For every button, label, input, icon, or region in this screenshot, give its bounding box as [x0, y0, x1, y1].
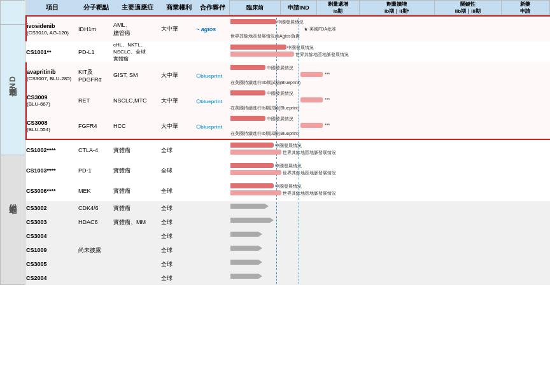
mol-target-cs3005 — [78, 257, 113, 271]
commercial-ivosidenib: 大中華 — [161, 16, 196, 41]
mol-target-cs1001: PD-L1 — [78, 41, 113, 62]
table-row: CS3004 全球 — [26, 229, 550, 243]
pipeline-cs3004 — [229, 229, 550, 243]
indication-cs3004 — [113, 229, 161, 243]
indication-cs1002: 實體瘤 — [113, 139, 161, 160]
partner-cs3005 — [196, 257, 229, 271]
table-row: CS3005 全球 — [26, 257, 550, 271]
ph-phase1b2: 關鍵性IIb期｜III期 — [434, 1, 501, 15]
clinical-ind-label — [1, 1, 25, 25]
partner-cs3008: ⬡blueprint — [196, 113, 229, 139]
pipeline-cs2004 — [229, 271, 550, 285]
indication-cs1003: 實體瘤 — [113, 160, 161, 181]
partner-cs3004 — [196, 229, 229, 243]
drug-name-cs2004: CS2004 — [26, 271, 78, 285]
table-row: CS1002**** CTLA-4 實體瘤 全球 中國發展情況 — [26, 139, 550, 160]
table-row: CS3003 HDAC6 實體瘤、MM 全球 — [26, 215, 550, 229]
pipeline-cs1001: 中國發展情況 世界其餘地區地脈發展情況 — [229, 41, 550, 62]
mol-target-avapritinib: KIT及PDGFRα — [78, 62, 113, 88]
pipeline-cs3005 — [229, 257, 550, 271]
ph-dosage: 劑量擴增Ib期｜II期* — [359, 1, 434, 15]
indication-cs3008: HCC — [113, 113, 161, 139]
mol-target-cs1003: PD-1 — [78, 160, 113, 181]
commercial-cs1003: 全球 — [161, 160, 196, 181]
partner-cs1001 — [196, 41, 229, 62]
indication-avapritinib: GIST, SM — [113, 62, 161, 88]
pipeline-cs1009 — [229, 243, 550, 257]
mol-target-cs1002: CTLA-4 — [78, 139, 113, 160]
table-row: CS1003**** PD-1 實體瘤 全球 中國發展情況 — [26, 160, 550, 181]
col-header-commercial: 商業權利 — [161, 0, 196, 16]
partner-cs2004 — [196, 271, 229, 285]
indication-cs3003: 實體瘤、MM — [113, 215, 161, 229]
drug-name-cs3003: CS3003 — [26, 215, 78, 229]
indication-cs3009: NSCLC,MTC — [113, 88, 161, 113]
pipeline-cs1002: 中國發展情況 世界其餘地區地脈發展情況 — [229, 139, 550, 160]
mol-target-cs1009: 尚未披露 — [78, 243, 161, 257]
drug-name-cs3006: CS3006**** — [26, 181, 78, 201]
commercial-cs2004: 全球 — [161, 271, 196, 285]
header-row: 項目 分子靶點 主要適應症 商業權利 合作夥伴 臨床前 申請IND 剩量遞增Ia… — [26, 0, 550, 16]
col-header-partner: 合作夥伴 — [196, 0, 229, 16]
pipeline-table-container: 臨床／IND 臨床前 項目 分子靶點 主要適應症 商業權利 合作夥伴 — [0, 0, 550, 285]
clinical-section-label: 臨床／IND — [1, 25, 25, 155]
pipeline-cs3009: 中國發展情況 *** 在美國持續進行Ib期試驗(Blueprint) — [229, 88, 550, 113]
partner-cs3006 — [196, 181, 229, 201]
table-row: avapritinib (CS3007, BLU-285) KIT及PDGFRα… — [26, 62, 550, 88]
drug-name-cs3004: CS3004 — [26, 229, 78, 243]
ph-phase23: 新藥申請 — [501, 1, 549, 15]
commercial-cs1009: 全球 — [161, 243, 196, 257]
col-header-indication: 主要適應症 — [113, 0, 161, 16]
commercial-cs3003: 全球 — [161, 215, 196, 229]
indication-cs2004 — [113, 271, 161, 285]
pipeline-cs3006: 中國發展情況 世界其餘地區地脈發展情況 — [229, 181, 550, 201]
pipeline-ivosidenib: 中國發展情況 ★ 美國FDA批准 世界其餘地區發展情況由Agios負責 — [229, 16, 550, 41]
table-row: CS3002 CDK4/6 實體瘤 全球 — [26, 201, 550, 215]
commercial-cs3004: 全球 — [161, 229, 196, 243]
mol-target-cs3002: CDK4/6 — [78, 201, 113, 215]
drug-name-cs3009: CS3009 (BLU-667) — [26, 88, 78, 113]
commercial-cs1002: 全球 — [161, 139, 196, 160]
pipeline-cs3003 — [229, 215, 550, 229]
drug-name-cs3008: CS3008 (BLU-554) — [26, 113, 78, 139]
drug-name-cs3005: CS3005 — [26, 257, 78, 271]
pipeline-header: 臨床前 申請IND 剩量遞增Ia期 劑量擴增Ib期｜II期* 關鍵性IIb期｜I… — [229, 0, 550, 16]
mol-target-cs3003: HDAC6 — [78, 215, 113, 229]
commercial-avapritinib: 大中華 — [161, 62, 196, 88]
ph-ind: 申請IND — [281, 1, 317, 15]
table-row: CS3006**** MEK 實體瘤 全球 中國發展情況 — [26, 181, 550, 201]
commercial-cs3006: 全球 — [161, 181, 196, 201]
pipeline-table: 項目 分子靶點 主要適應症 商業權利 合作夥伴 臨床前 申請IND 剩量遞增Ia… — [25, 0, 550, 285]
partner-cs1003 — [196, 160, 229, 181]
partner-avapritinib: ⬡blueprint — [196, 62, 229, 88]
commercial-cs1001 — [161, 41, 196, 62]
table-row: ivosidenib (CS3010, AG-120) IDH1m AML、膽管… — [26, 16, 550, 41]
ph-phase1a: 剩量遞增Ia期 — [317, 1, 360, 15]
mol-target-cs3006: MEK — [78, 181, 113, 201]
drug-name-cs1009: CS1009 — [26, 243, 78, 257]
drug-name-cs3002: CS3002 — [26, 201, 78, 215]
mol-target-cs3009: RET — [78, 88, 113, 113]
mol-target-cs2004 — [78, 271, 113, 285]
drug-name-cs1002: CS1002**** — [26, 139, 78, 160]
drug-name-ivosidenib: ivosidenib (CS3010, AG-120) — [26, 16, 78, 41]
partner-cs1002 — [196, 139, 229, 160]
indication-cs3005 — [113, 257, 161, 271]
col-header-item: 項目 — [26, 0, 78, 16]
indication-cs3006: 實體瘤 — [113, 181, 161, 201]
mol-target-ivosidenib: IDH1m — [78, 16, 113, 41]
indication-cs3002: 實體瘤 — [113, 201, 161, 215]
table-row: CS2004 全球 — [26, 271, 550, 285]
partner-cs3003 — [196, 215, 229, 229]
commercial-cs3008: 大中華 — [161, 113, 196, 139]
side-labels: 臨床／IND 臨床前 — [0, 0, 25, 285]
table-row: CS1001** PD-L1 cHL、NKTL、NSCLC、全球實體瘤 中國發展… — [26, 41, 550, 62]
table-row: CS3009 (BLU-667) RET NSCLC,MTC 大中華 ⬡blue… — [26, 88, 550, 113]
indication-ivosidenib: AML、膽管癌 — [113, 16, 161, 41]
drug-name-cs1001: CS1001** — [26, 41, 78, 62]
pipeline-avapritinib: 中國發展情況 *** 在美國持續進行IIb期試驗(Blueprint) — [229, 62, 550, 88]
indication-cs1001: cHL、NKTL、NSCLC、全球實體瘤 — [113, 41, 161, 62]
mol-target-cs3004 — [78, 229, 113, 243]
col-header-mol: 分子靶點 — [78, 0, 113, 16]
partner-ivosidenib: ~ agios — [196, 16, 229, 41]
